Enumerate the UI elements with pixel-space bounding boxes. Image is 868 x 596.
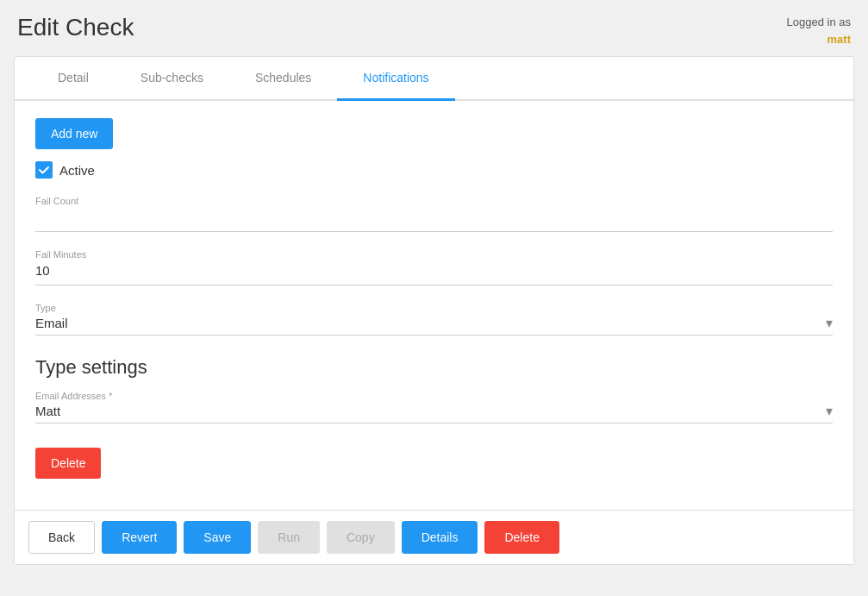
- fail-count-field: Fail Count: [35, 196, 833, 232]
- main-card: Detail Sub-checks Schedules Notification…: [14, 56, 854, 565]
- tab-sub-checks[interactable]: Sub-checks: [115, 57, 229, 101]
- fail-minutes-input[interactable]: [35, 261, 833, 279]
- type-select[interactable]: Email SMS Webhook: [35, 316, 833, 330]
- page-title: Edit Check: [17, 14, 134, 41]
- email-addresses-field: Email Addresses * Matt ▾: [35, 391, 833, 423]
- type-field: Type Email SMS Webhook ▾: [35, 303, 833, 336]
- active-checkbox[interactable]: [35, 161, 53, 179]
- tab-detail[interactable]: Detail: [32, 57, 115, 101]
- username: matt: [787, 31, 851, 48]
- fail-minutes-label: Fail Minutes: [35, 249, 833, 260]
- type-select-wrapper: Email SMS Webhook ▾: [35, 315, 833, 331]
- fail-minutes-field: Fail Minutes: [35, 249, 833, 285]
- page-header: Edit Check Logged in as matt: [0, 0, 868, 56]
- fail-count-label: Fail Count: [35, 196, 833, 206]
- back-button[interactable]: Back: [28, 521, 95, 554]
- delete-button[interactable]: Delete: [484, 521, 559, 554]
- type-label: Type: [35, 303, 833, 313]
- active-label: Active: [59, 163, 95, 178]
- user-label: Logged in as: [787, 16, 851, 28]
- footer-bar: Back Revert Save Run Copy Details Delete: [15, 510, 853, 564]
- email-addresses-select[interactable]: Matt: [35, 404, 833, 418]
- revert-button[interactable]: Revert: [102, 521, 177, 554]
- active-checkbox-row: Active: [35, 161, 833, 179]
- details-button[interactable]: Details: [402, 521, 478, 554]
- email-addresses-select-wrapper: Matt ▾: [35, 403, 833, 419]
- add-new-button[interactable]: Add new: [35, 118, 113, 149]
- card-body: Add new Active Fail Count Fail Minutes T…: [15, 101, 853, 501]
- tabs-bar: Detail Sub-checks Schedules Notification…: [15, 57, 853, 101]
- inner-delete-button[interactable]: Delete: [35, 448, 101, 479]
- tab-notifications[interactable]: Notifications: [337, 57, 454, 101]
- save-button[interactable]: Save: [184, 521, 251, 554]
- copy-button: Copy: [327, 521, 395, 554]
- fail-count-input[interactable]: [35, 208, 833, 226]
- email-addresses-label: Email Addresses *: [35, 391, 833, 401]
- tab-schedules[interactable]: Schedules: [229, 57, 337, 101]
- user-info: Logged in as matt: [787, 14, 851, 47]
- run-button: Run: [258, 521, 320, 554]
- type-settings-title: Type settings: [35, 356, 833, 379]
